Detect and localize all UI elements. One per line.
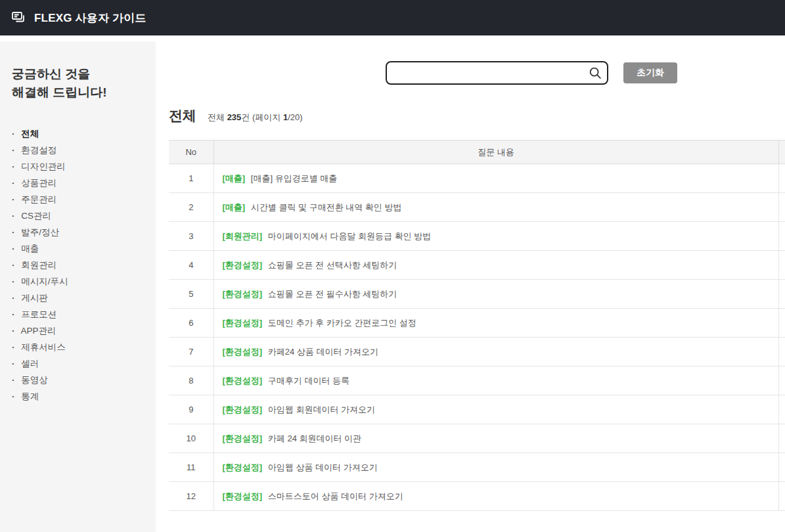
sidebar-item-5[interactable]: CS관리 <box>12 208 144 224</box>
sidebar-item-9[interactable]: 메시지/푸시 <box>12 273 144 290</box>
sidebar-item-label: APP관리 <box>21 326 56 336</box>
reset-button[interactable]: 초기화 <box>623 62 677 83</box>
search-row: 초기화 <box>169 61 785 85</box>
question-link[interactable]: [환경설정] 도메인 추가 후 카카오 간편로그인 설정 <box>223 317 416 329</box>
row-number: 1 <box>169 164 213 193</box>
app-title: FLEXG 사용자 가이드 <box>34 11 146 26</box>
question-link[interactable]: [환경설정] 아임웹 상품 데이터 가져오기 <box>223 462 378 474</box>
sidebar-item-14[interactable]: 셀러 <box>12 355 144 372</box>
search-input[interactable] <box>386 61 608 85</box>
sidebar-item-label: 메시지/푸시 <box>21 277 68 286</box>
table-row: 7 [환경설정] 카페24 상품 데이터 가져오기 <box>169 338 785 366</box>
question-table: No 질문 내용 1 [매출] [매출] 유입경로별 매출 2 [매출] 시간별… <box>169 140 785 511</box>
sidebar-item-label: 환경설정 <box>21 145 56 155</box>
row-number: 10 <box>169 424 213 453</box>
sidebar-item-11[interactable]: 프로모션 <box>12 306 144 322</box>
question-link[interactable]: [환경설정] 구매후기 데이터 등록 <box>223 375 350 387</box>
question-link[interactable]: [매출] 시간별 클릭 및 구매전환 내역 확인 방법 <box>223 202 402 213</box>
table-row: 4 [환경설정] 쇼핑몰 오픈 전 선택사항 세팅하기 <box>169 251 785 280</box>
row-number: 4 <box>169 251 213 280</box>
extra-cell <box>778 453 785 482</box>
category-tag: [매출] <box>223 173 246 183</box>
category-tag: [환경설정] <box>223 491 263 501</box>
category-tag: [환경설정] <box>223 376 263 386</box>
question-link[interactable]: [환경설정] 쇼핑몰 오픈 전 선택사항 세팅하기 <box>223 259 397 271</box>
summary-suffix: /20) <box>288 112 302 122</box>
extra-cell <box>778 482 785 511</box>
sidebar-item-8[interactable]: 회원관리 <box>12 257 144 273</box>
sidebar-item-12[interactable]: APP관리 <box>12 322 144 339</box>
extra-cell <box>778 366 785 395</box>
sidebar-item-15[interactable]: 동영상 <box>12 372 144 388</box>
sidebar-item-label: 셀러 <box>21 359 39 368</box>
sidebar-item-13[interactable]: 제휴서비스 <box>12 339 144 355</box>
sidebar-item-16[interactable]: 통계 <box>12 388 144 405</box>
sidebar-menu: 전체 환경설정 디자인관리 상품관리 주문관리 CS관리 발주/정산 매출 회원… <box>12 125 144 405</box>
row-number: 7 <box>169 338 213 366</box>
question-text: 구매후기 데이터 등록 <box>268 376 349 386</box>
guide-docs-icon <box>11 10 26 26</box>
extra-cell <box>778 164 785 193</box>
table-header-row: No 질문 내용 <box>169 141 785 164</box>
row-number: 11 <box>169 453 213 482</box>
table-row: 11 [환경설정] 아임웹 상품 데이터 가져오기 <box>169 453 785 482</box>
search-icon[interactable] <box>588 66 602 80</box>
row-number: 9 <box>169 395 213 424</box>
question-text: 마이페이지에서 다음달 회원등급 확인 방법 <box>268 231 431 241</box>
question-text: 아임웹 상품 데이터 가져오기 <box>268 462 378 472</box>
extra-cell <box>778 251 785 280</box>
sidebar-item-label: CS관리 <box>21 211 51 221</box>
question-text: 쇼핑몰 오픈 전 필수사항 세팅하기 <box>268 289 397 299</box>
sidebar-item-1[interactable]: 환경설정 <box>12 142 144 158</box>
sidebar-heading-line1: 궁금하신 것을 <box>12 67 90 81</box>
sidebar-item-2[interactable]: 디자인관리 <box>12 158 144 175</box>
question-table-wrap: No 질문 내용 1 [매출] [매출] 유입경로별 매출 2 [매출] 시간별… <box>169 140 785 511</box>
question-text: 쇼핑몰 오픈 전 선택사항 세팅하기 <box>268 260 397 270</box>
summary-prefix: 전체 <box>208 112 227 122</box>
sidebar: 궁금하신 것을 해결해 드립니다! 전체 환경설정 디자인관리 상품관리 주문관… <box>0 41 156 532</box>
category-tag: [환경설정] <box>223 260 263 270</box>
page: FLEXG 사용자 가이드 궁금하신 것을 해결해 드립니다! 전체 환경설정 … <box>0 0 785 532</box>
category-tag: [환경설정] <box>223 433 263 443</box>
sidebar-item-0[interactable]: 전체 <box>12 125 144 142</box>
question-link[interactable]: [회원관리] 마이페이지에서 다음달 회원등급 확인 방법 <box>223 231 432 242</box>
sidebar-item-6[interactable]: 발주/정산 <box>12 224 144 240</box>
sidebar-item-7[interactable]: 매출 <box>12 240 144 257</box>
table-row: 12 [환경설정] 스마트스토어 상품 데이터 가져오기 <box>169 482 785 511</box>
question-text: [매출] 유입경로별 매출 <box>251 173 337 183</box>
category-tag: [환경설정] <box>223 289 263 299</box>
question-text: 스마트스토어 상품 데이터 가져오기 <box>268 491 403 501</box>
extra-cell <box>778 222 785 251</box>
table-row: 3 [회원관리] 마이페이지에서 다음달 회원등급 확인 방법 <box>169 222 785 251</box>
question-link[interactable]: [환경설정] 스마트스토어 상품 데이터 가져오기 <box>223 491 403 502</box>
sidebar-item-10[interactable]: 게시판 <box>12 290 144 306</box>
extra-cell <box>778 193 785 222</box>
question-link[interactable]: [환경설정] 카페24 상품 데이터 가져오기 <box>223 346 379 358</box>
question-link[interactable]: [환경설정] 쇼핑몰 오픈 전 필수사항 세팅하기 <box>223 288 397 300</box>
row-number: 12 <box>169 482 213 511</box>
sidebar-item-label: 주문관리 <box>21 194 56 204</box>
summary-mid: 건 (페이지 <box>241 112 283 122</box>
question-link[interactable]: [매출] [매출] 유입경로별 매출 <box>223 173 338 185</box>
sidebar-item-label: 프로모션 <box>21 309 56 319</box>
sidebar-item-4[interactable]: 주문관리 <box>12 191 144 208</box>
sidebar-item-3[interactable]: 상품관리 <box>12 175 144 191</box>
question-text: 도메인 추가 후 카카오 간편로그인 설정 <box>268 318 416 328</box>
row-number: 6 <box>169 309 213 338</box>
category-tag: [환경설정] <box>223 462 263 472</box>
app-header: FLEXG 사용자 가이드 <box>0 0 785 35</box>
sidebar-item-label: 전체 <box>21 129 39 139</box>
search-box <box>386 61 608 85</box>
page-title: 전체 <box>169 106 196 125</box>
category-tag: [환경설정] <box>223 405 263 414</box>
sidebar-item-label: 게시판 <box>21 293 48 303</box>
category-tag: [매출] <box>223 202 246 212</box>
question-text: 카페 24 회원데이터 이관 <box>268 433 361 443</box>
sidebar-item-label: 발주/정산 <box>21 227 59 237</box>
sidebar-item-label: 회원관리 <box>21 260 56 270</box>
question-link[interactable]: [환경설정] 아임웹 회원데이터 가져오기 <box>223 404 376 416</box>
row-number: 3 <box>169 222 213 251</box>
question-text: 아임웹 회원데이터 가져오기 <box>268 405 375 414</box>
extra-cell <box>778 280 785 309</box>
question-link[interactable]: [환경설정] 카페 24 회원데이터 이관 <box>223 433 362 445</box>
